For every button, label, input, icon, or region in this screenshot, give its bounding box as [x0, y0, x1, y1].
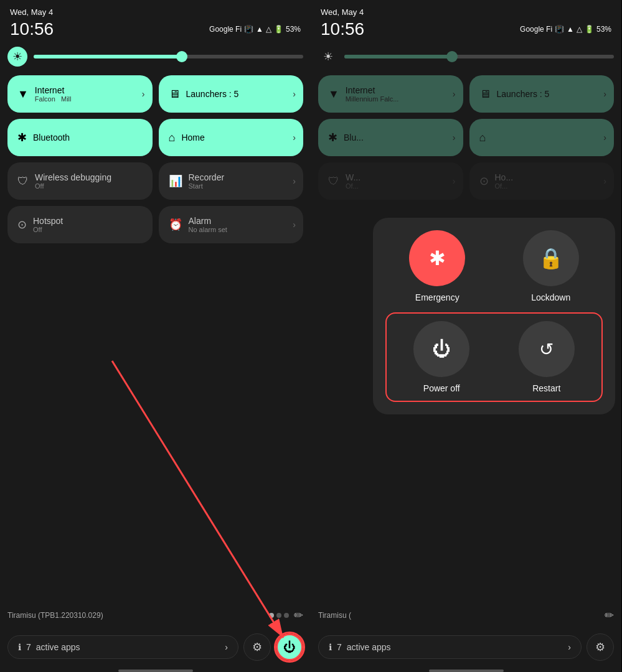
- recorder-label: Recorder: [189, 172, 225, 182]
- wireless-debug-text: Wireless debugging Off: [35, 172, 111, 190]
- right-status-bar: Wed, May 4 10:56 Google Fi 📳 ▲ △ 🔋 53%: [311, 0, 621, 42]
- power-button[interactable]: ⏻: [276, 633, 303, 661]
- right-active-apps-pill[interactable]: ℹ 7 active apps ›: [318, 635, 582, 659]
- right-active-apps-info: ℹ 7 active apps: [329, 642, 391, 652]
- right-home-arrow[interactable]: ›: [603, 133, 606, 142]
- right-active-apps-bar: ℹ 7 active apps › ⚙: [311, 628, 621, 666]
- right-battery-icon: 🔋: [585, 25, 594, 34]
- right-date: Wed, May 4: [321, 7, 611, 17]
- dot-indicators: [269, 613, 289, 618]
- launchers-text: Launchers : 5: [186, 89, 239, 99]
- internet-label: Internet: [35, 85, 72, 95]
- brightness-thumb: [176, 51, 187, 62]
- home-nav-indicator: [118, 670, 193, 672]
- alarm-icon: ⏰: [169, 218, 182, 231]
- right-status-icons: Google Fi 📳 ▲ △ 🔋 53%: [520, 25, 611, 34]
- right-settings-button[interactable]: ⚙: [587, 633, 614, 661]
- right-bluetooth-arrow[interactable]: ›: [453, 133, 456, 142]
- right-launchers-arrow[interactable]: ›: [603, 89, 606, 99]
- recorder-sublabel: Start: [189, 182, 225, 190]
- tile-bluetooth[interactable]: ✱ Bluetooth: [7, 119, 153, 156]
- poweroff-icon: ⏻: [432, 338, 451, 360]
- right-battery-pct: 53%: [596, 25, 611, 34]
- right-tile-home[interactable]: ⌂ ›: [469, 119, 615, 156]
- right-version-text: Tiramisu (: [318, 611, 600, 620]
- left-panel: Wed, May 4 10:56 Google Fi 📳 ▲ △ 🔋 53% ☀: [0, 0, 311, 672]
- settings-button[interactable]: ⚙: [243, 633, 271, 661]
- home-arrow[interactable]: ›: [293, 133, 296, 142]
- hotspot-text: Hotspot Off: [33, 216, 63, 233]
- tile-hotspot[interactable]: ⊙ Hotspot Off: [7, 206, 153, 243]
- power-icon: ⏻: [283, 640, 296, 655]
- right-hotspot-icon: ⊙: [479, 174, 489, 188]
- power-restart-section: ⏻ Power off ↺ Restart: [385, 312, 603, 402]
- right-wifi-icon: ▼: [328, 88, 339, 101]
- right-brightness-row[interactable]: ☀: [311, 42, 621, 72]
- right-edit-icon[interactable]: ✏: [605, 609, 614, 622]
- edit-icon[interactable]: ✏: [294, 609, 303, 622]
- right-active-apps-arrow: ›: [568, 642, 571, 652]
- restart-option[interactable]: ↺ Restart: [499, 321, 595, 393]
- tile-internet[interactable]: ▼ Internet Falcon Mill ›: [7, 75, 153, 113]
- internet-text: Internet Falcon Mill: [35, 85, 72, 103]
- alarm-text: Alarm No alarm set: [189, 216, 227, 233]
- hotspot-sublabel: Off: [33, 226, 63, 233]
- poweroff-circle: ⏻: [413, 321, 469, 377]
- signal-icon: △: [266, 25, 271, 34]
- active-apps-pill[interactable]: ℹ 7 active apps ›: [7, 635, 238, 659]
- left-status-icons: Google Fi 📳 ▲ △ 🔋 53%: [209, 25, 301, 34]
- power-menu: ✱ Emergency 🔒 Lockdown ⏻ Power off: [373, 218, 615, 414]
- right-tile-bluetooth[interactable]: ✱ Blu... ›: [318, 119, 463, 156]
- hotspot-icon: ⊙: [17, 218, 27, 231]
- right-panel: Wed, May 4 10:56 Google Fi 📳 ▲ △ 🔋 53% ☀: [311, 0, 621, 672]
- right-monitor-icon: 🖥: [479, 88, 491, 101]
- vibrate-icon: 📳: [244, 25, 253, 34]
- right-tile-launchers[interactable]: 🖥 Launchers : 5 ›: [469, 75, 615, 113]
- right-debug-icon: 🛡: [328, 175, 339, 188]
- right-wifi-icon: ▲: [567, 25, 574, 34]
- home-icon: ⌂: [169, 131, 176, 144]
- right-internet-arrow[interactable]: ›: [453, 89, 456, 99]
- version-text: Tiramisu (TPB1.220310.029): [7, 611, 264, 620]
- monitor-icon: 🖥: [169, 88, 180, 101]
- poweroff-option[interactable]: ⏻ Power off: [394, 321, 489, 393]
- right-internet-sublabel: Millennium Falc...: [346, 95, 399, 103]
- alarm-arrow[interactable]: ›: [293, 220, 296, 230]
- tile-home[interactable]: ⌂ Home ›: [159, 119, 304, 156]
- right-brightness-thumb: [446, 51, 458, 62]
- wireless-debug-label: Wireless debugging: [35, 172, 111, 182]
- svg-line-1: [112, 361, 283, 638]
- recorder-arrow[interactable]: ›: [293, 176, 296, 186]
- right-carrier: Google Fi: [520, 25, 552, 34]
- debug-icon: 🛡: [17, 175, 29, 188]
- right-brightness-track[interactable]: [344, 55, 614, 58]
- restart-label: Restart: [532, 383, 560, 393]
- tile-recorder[interactable]: 📊 Recorder Start ›: [159, 162, 304, 200]
- wifi-icon: ▼: [17, 88, 29, 101]
- right-active-apps-label: active apps: [347, 642, 391, 652]
- dot-1: [269, 613, 274, 618]
- hotspot-label: Hotspot: [33, 216, 63, 226]
- tile-launchers[interactable]: 🖥 Launchers : 5 ›: [159, 75, 304, 113]
- recorder-text: Recorder Start: [189, 172, 225, 190]
- launchers-label: Launchers : 5: [186, 89, 239, 99]
- bluetooth-text: Bluetooth: [33, 133, 70, 142]
- brightness-track[interactable]: [34, 55, 303, 58]
- bluetooth-label: Bluetooth: [33, 133, 70, 142]
- right-time: 10:56: [321, 19, 364, 39]
- emergency-option[interactable]: ✱ Emergency: [385, 230, 489, 302]
- right-tile-wireless-debug[interactable]: 🛡 W... Of... ›: [318, 162, 463, 200]
- tile-alarm[interactable]: ⏰ Alarm No alarm set ›: [159, 206, 304, 243]
- lockdown-option[interactable]: 🔒 Lockdown: [499, 230, 603, 302]
- left-status-bar: Wed, May 4 10:56 Google Fi 📳 ▲ △ 🔋 53%: [0, 0, 311, 42]
- carrier-label: Google Fi: [209, 25, 242, 34]
- right-tile-internet[interactable]: ▼ Internet Millennium Falc... ›: [318, 75, 463, 113]
- launchers-arrow[interactable]: ›: [293, 89, 296, 99]
- wireless-debug-sublabel: Off: [35, 182, 111, 190]
- left-brightness-row[interactable]: ☀: [0, 42, 311, 72]
- internet-arrow[interactable]: ›: [142, 89, 145, 99]
- tile-wireless-debug[interactable]: 🛡 Wireless debugging Off: [7, 162, 153, 200]
- right-tile-hotspot[interactable]: ⊙ Ho... Of... ›: [469, 162, 615, 200]
- right-tiles-grid: ▼ Internet Millennium Falc... › 🖥 Launch…: [311, 72, 621, 203]
- right-active-apps-count: 7: [337, 642, 342, 652]
